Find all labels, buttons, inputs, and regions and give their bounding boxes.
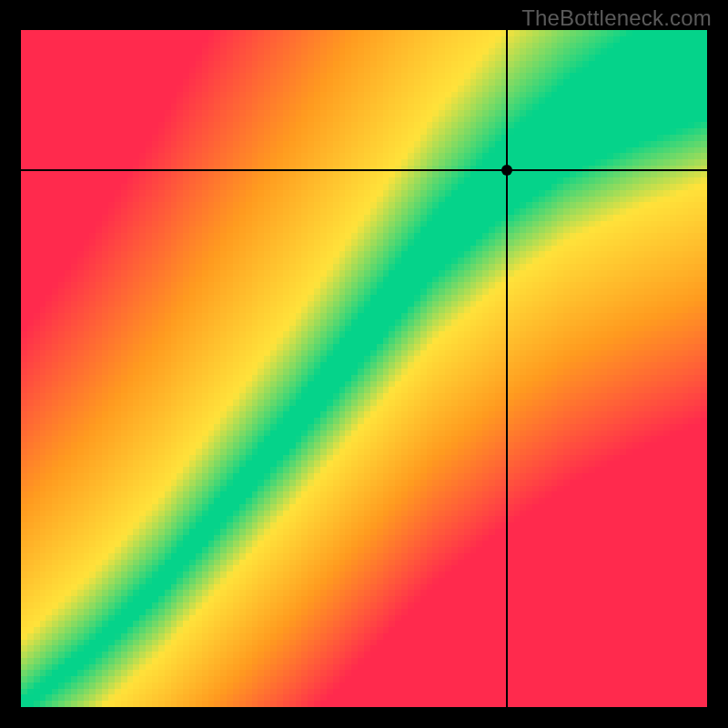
- bottleneck-heatmap: [21, 30, 707, 707]
- source-watermark: TheBottleneck.com: [521, 5, 712, 31]
- crosshair-horizontal: [21, 169, 707, 171]
- chart-stage: TheBottleneck.com: [0, 0, 728, 728]
- marker-dot: [501, 165, 512, 176]
- crosshair-vertical: [506, 30, 508, 707]
